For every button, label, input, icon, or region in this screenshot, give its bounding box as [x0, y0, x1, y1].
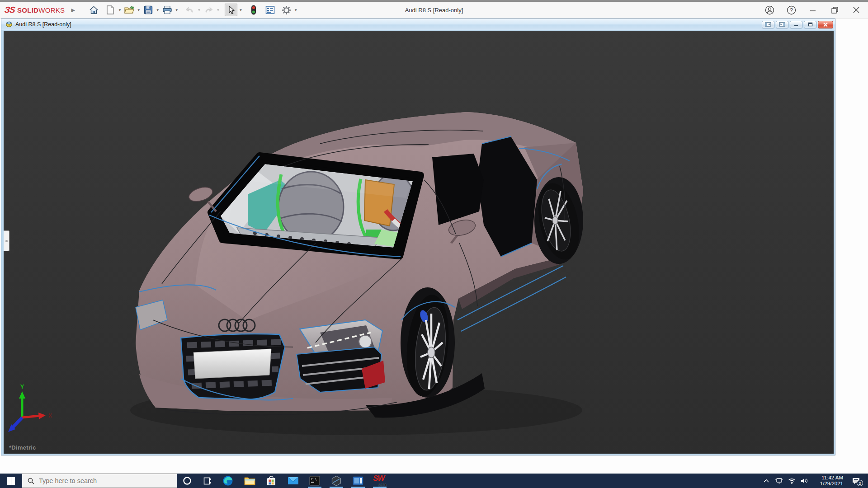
restore-button[interactable]: [829, 5, 840, 15]
account-button[interactable]: [764, 5, 775, 15]
view-orientation-label: *Dimetric: [9, 444, 36, 451]
window-controls: ?: [764, 5, 868, 15]
brand-works: WORKS: [38, 6, 65, 14]
tray-wifi-button[interactable]: [785, 474, 798, 488]
open-folder-icon: [124, 5, 134, 14]
hexagon-app-icon: [331, 475, 342, 486]
doc-restore-icon: [808, 22, 813, 27]
left-mirror[interactable]: [187, 184, 216, 211]
redo-dropdown-icon[interactable]: ▼: [215, 8, 221, 12]
doc-close-button[interactable]: [818, 21, 833, 28]
user-icon: [765, 5, 774, 15]
minimize-button[interactable]: [807, 5, 818, 15]
select-cursor-icon: [227, 5, 235, 14]
print-icon: [162, 5, 172, 14]
taskbar-app-file-explorer[interactable]: [239, 474, 260, 488]
taskbar-search[interactable]: [22, 474, 177, 488]
select-dropdown-icon[interactable]: ▼: [237, 8, 244, 12]
taskbar-app-window[interactable]: [347, 474, 369, 488]
redo-button[interactable]: [202, 4, 215, 16]
taskbar-app-edge[interactable]: [217, 474, 239, 488]
settings-dropdown-icon[interactable]: ▼: [292, 8, 299, 12]
system-tray: 11:42 AM 1/29/2021 2: [760, 474, 868, 488]
select-tool-button[interactable]: [225, 4, 237, 16]
selection-filter-button[interactable]: [247, 4, 260, 16]
undo-dropdown-icon[interactable]: ▼: [196, 8, 203, 12]
search-input[interactable]: [39, 477, 156, 484]
taskbar-app-store[interactable]: [260, 474, 282, 488]
start-button[interactable]: [0, 474, 22, 488]
cortana-icon: [183, 476, 192, 485]
doc-minimize-button[interactable]: [790, 21, 802, 28]
svg-text:?: ?: [790, 7, 793, 13]
taskbar-clock[interactable]: 11:42 AM 1/29/2021: [811, 474, 846, 488]
restore-icon: [831, 7, 838, 14]
save-button[interactable]: [142, 4, 155, 16]
graphics-viewport[interactable]: Y X *Dimetric: [4, 31, 834, 454]
document-window-controls: [762, 21, 833, 28]
minimize-icon: [810, 7, 816, 13]
front-grille[interactable]: [181, 334, 285, 399]
command-prompt-icon: C:\: [309, 476, 320, 486]
edge-icon: [222, 475, 233, 486]
close-button[interactable]: [851, 5, 862, 15]
undo-button[interactable]: [184, 4, 196, 16]
pane-left-icon: [765, 22, 771, 27]
clock-time: 11:42 AM: [821, 475, 843, 481]
gear-icon: [282, 5, 291, 15]
triad-y-label: Y: [20, 383, 24, 390]
show-desktop-button[interactable]: [866, 474, 868, 488]
doc-restore-button[interactable]: [804, 21, 816, 28]
save-dropdown-icon[interactable]: ▼: [155, 8, 161, 12]
tray-volume-button[interactable]: [798, 474, 811, 488]
taskbar-app-mail[interactable]: [282, 474, 304, 488]
action-center-button[interactable]: 2: [846, 474, 866, 488]
clock-date: 1/29/2021: [820, 481, 843, 487]
show-left-pane-button[interactable]: [762, 21, 774, 28]
selection-filter-icon: [250, 5, 257, 15]
quick-toolbar: ▼ ▼ ▼: [88, 4, 302, 16]
reference-triad: Y X: [8, 383, 52, 432]
solidworks-logo: ЗS SOLIDWORKS: [0, 5, 65, 15]
open-dropdown-icon[interactable]: ▼: [136, 8, 142, 12]
task-view-button[interactable]: [197, 474, 217, 488]
cortana-button[interactable]: [177, 474, 197, 488]
part-document-icon: [5, 21, 13, 28]
help-button[interactable]: ?: [786, 5, 797, 15]
document-window: Audi R8 S [Read-only]: [1, 19, 835, 455]
right-air-intake[interactable]: [297, 347, 385, 392]
triad-x-label: X: [48, 413, 52, 419]
solidworks-sw-icon: SW: [373, 474, 384, 483]
new-document-button[interactable]: [104, 4, 117, 16]
app-window-icon: [353, 476, 363, 485]
taskbar-app-command-prompt[interactable]: C:\: [304, 474, 326, 488]
undo-icon: [185, 6, 194, 14]
show-right-pane-button[interactable]: [776, 21, 788, 28]
3d-model-audi-r8[interactable]: Y X: [4, 31, 834, 454]
app-titlebar: Audi R8 S [Read-only] ЗS SOLIDWORKS ▶: [0, 2, 868, 19]
solidworks-3s-icon: ЗS: [4, 5, 15, 15]
tray-display-button[interactable]: [773, 474, 785, 488]
new-dropdown-icon[interactable]: ▼: [117, 8, 123, 12]
settings-button[interactable]: [280, 4, 292, 16]
cmd-prompt-text: C:\: [311, 478, 317, 481]
windshield[interactable]: [211, 156, 420, 256]
tray-expand-button[interactable]: [760, 474, 773, 488]
print-button[interactable]: [161, 4, 174, 16]
speaker-icon: [801, 478, 808, 484]
open-button[interactable]: [123, 4, 136, 16]
taskbar-app-solidworks[interactable]: SW 2021: [369, 474, 391, 488]
taskbar-app-dev-tool[interactable]: [326, 474, 347, 488]
document-titlebar[interactable]: Audi R8 S [Read-only]: [1, 19, 835, 30]
home-button[interactable]: [88, 4, 100, 16]
new-document-icon: [106, 5, 114, 14]
feature-manager-collapsed-tab[interactable]: [4, 230, 9, 251]
task-view-icon: [203, 477, 212, 485]
mail-icon: [288, 476, 299, 485]
store-icon: [266, 476, 276, 486]
notification-badge: 2: [857, 480, 863, 486]
pane-right-icon: [779, 22, 785, 27]
print-dropdown-icon[interactable]: ▼: [174, 8, 180, 12]
menu-expand-icon[interactable]: ▶: [71, 7, 75, 13]
options-form-button[interactable]: [264, 4, 276, 16]
